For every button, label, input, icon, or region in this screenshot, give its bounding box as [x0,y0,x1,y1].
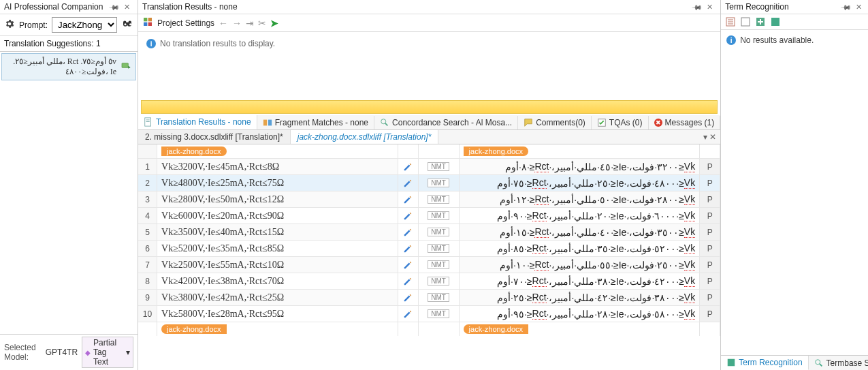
ai-footer: Selected Model: GPT4TR ◆ Partial Tag Tex… [0,334,138,370]
settings-term-icon[interactable] [770,16,781,27]
edit-icon[interactable] [398,257,419,273]
row-number[interactable]: 4 [138,208,157,224]
status-flag: P [700,175,720,191]
edit-icon[interactable] [398,306,419,322]
edit-icon[interactable] [398,273,419,290]
pin-icon[interactable] [110,2,120,12]
nmt-badge: NMT [419,224,460,241]
source-cell[interactable]: Vk≥4800V,·Ie≤25mA,·Rct≤75Ω [157,175,398,191]
source-cell[interactable]: Vk≥3500V,·Ie≤40mA,·Rct≤15Ω [157,224,398,241]
row-number[interactable]: 3 [138,191,157,208]
search-icon [380,118,389,127]
binoculars-icon[interactable] [121,18,133,32]
pin-icon[interactable] [842,2,852,12]
term-panel-title: Term Recognition [725,2,838,12]
termbase-icon[interactable] [725,16,736,27]
term-toolbar [721,14,868,30]
model-value: GPT4TR [46,348,78,357]
source-cell[interactable]: Vk≥2500V,·Ie≤55mA,·Rct≤10Ω [157,257,398,273]
row-number[interactable]: 6 [138,241,157,257]
status-flag: P [700,224,720,241]
term-panel: Term Recognition i No results available.… [721,0,868,370]
prompt-select[interactable]: JackZhong [52,17,117,33]
target-cell[interactable]: Vk≤·٤٨٠٠·فولت،·Ie≤·٢٥·مللي·أمبير،·Rct≤·٧… [460,175,701,191]
editor[interactable]: jack-zhong.docx jack-zhong.docx 1Vk≥3200… [138,144,720,370]
doc-tab-menu[interactable]: ▾ ✕ [699,132,720,142]
tab-label: TQAs (0) [609,118,643,127]
row-number[interactable]: 9 [138,290,157,306]
ai-suggestion-row[interactable]: ٥v أوم≤٧٥. Rct ،مللي أمبير≤٢٥. Ie ،فولت≤… [1,53,136,80]
source-cell[interactable]: Vk≥4200V,·Ie≤38mA,·Rct≤70Ω [157,273,398,290]
target-cell[interactable]: Vk≤·٥٢٠٠·فولت،·Ie≤·٣٥·مللي·أمبير،·Rct≤·٨… [460,241,701,257]
edit-icon[interactable] [398,175,419,191]
svg-rect-13 [741,18,750,26]
edit-icon[interactable] [398,224,419,241]
tag-mode-select[interactable]: ◆ Partial Tag Text ▾ [82,337,133,368]
row-number[interactable]: 2 [138,175,157,191]
tab-fragment-matches[interactable]: Fragment Matches - none [257,116,374,129]
target-cell[interactable]: Vk≤٣٢٠٠·فولت،·Ie≤·٤٥·مللي·أمبير،·Rct≤·٨·… [460,159,701,175]
status-flag: P [700,273,720,290]
ai-panel-body [0,82,138,334]
status-flag: P [700,290,720,306]
goto-end-icon[interactable]: ⇥ [246,18,254,29]
tab-term-recognition[interactable]: Term Recognition [721,356,808,370]
edit-icon[interactable] [398,208,419,224]
apply-icon[interactable]: ➤ [270,18,278,29]
target-cell[interactable]: Vk≤٢٥٠٠·فولت،·Ie≤·٥٥·مللي·أمبير،·Rct≤·١٠… [460,257,701,273]
project-settings-label[interactable]: Project Settings [157,18,214,28]
doc-tab-1[interactable]: 2. missing 3.docx.sdlxliff [Translation]… [138,130,291,144]
tab-translation-results[interactable]: Translation Results - none [138,115,257,129]
row-number[interactable]: 5 [138,224,157,241]
row-number[interactable]: 8 [138,273,157,290]
view-term-icon[interactable] [740,16,751,27]
target-cell[interactable]: Vk≤٣٥٠٠·فولت،·Ie≤·٤٠·مللي·أمبير،·Rct≤·١٥… [460,224,701,241]
tab-comments[interactable]: Comments(0) [518,116,592,129]
target-cell[interactable]: Vk≤·٤٢٠٠·فولت،·Ie≤·٣٨·مللي·أمبير،·Rct≤·٧… [460,273,701,290]
doc-icon [144,117,153,127]
source-cell[interactable]: Vk≥6000V,·Ie≤20mA,·Rct≤90Ω [157,208,398,224]
error-icon: ✖ [654,119,662,127]
target-cell[interactable]: Vk≤·٦٠٠٠·فولت،·Ie≤·٢٠·مللي·أمبير،·Rct≤·٩… [460,208,701,224]
right-area: Translation Results - none Project Setti… [138,0,868,370]
tab-concordance[interactable]: Concordance Search - Al Mosa... [374,116,518,129]
tab-termbase-search[interactable]: Termbase Search [809,356,868,370]
edit-icon[interactable] [398,241,419,257]
source-crumb: jack-zhong.docx [161,147,227,156]
svg-rect-3 [144,22,147,26]
row-number[interactable]: 10 [138,306,157,322]
add-term-icon[interactable] [755,16,766,27]
status-flag: P [700,191,720,208]
apply-suggestion-icon[interactable] [120,61,131,72]
target-cell[interactable]: Vk≤٢٨٠٠·فولت،·Ie≤·٥٠·مللي·أمبير،·Rct≤·١٢… [460,191,701,208]
pin-icon[interactable] [693,2,703,12]
close-icon[interactable] [856,2,865,12]
doc-tab-2[interactable]: jack-zhong.docx.sdlxliff [Translation]* [291,130,439,144]
gear-icon[interactable] [4,18,15,31]
status-flag: P [700,306,720,322]
target-cell[interactable]: Vk≤·٥٨٠٠·فولت،·Ie≤·٢٨·مللي·أمبير،·Rct≤·٩… [460,306,701,322]
next-icon[interactable]: → [232,18,242,29]
svg-rect-9 [268,119,272,125]
close-icon[interactable] [124,2,133,12]
tab-tqas[interactable]: TQAs (0) [592,116,649,129]
edit-icon[interactable] [398,290,419,306]
close-icon[interactable] [707,2,716,12]
target-cell[interactable]: Vk≤·٣٨٠٠·فولت،·Ie≤·٤٢·مللي·أمبير،·Rct≤·٢… [460,290,701,306]
edit-icon[interactable] [398,159,419,175]
source-cell[interactable]: Vk≥3800V,·Ie≤42mA,·Rct≤25Ω [157,290,398,306]
row-number[interactable]: 7 [138,257,157,273]
cut-icon[interactable]: ✂ [258,18,266,29]
source-cell[interactable]: Vk≥2800V,·Ie≤50mA,·Rct≤12Ω [157,191,398,208]
project-settings-icon[interactable] [142,16,153,29]
tab-messages[interactable]: ✖ Messages (1) [649,116,721,129]
prev-icon[interactable]: ← [219,18,228,29]
svg-rect-4 [148,22,152,26]
tab-label: Messages (1) [665,118,715,127]
source-cell[interactable]: Vk≥5800V,·Ie≤28mA,·Rct≤95Ω [157,306,398,322]
source-cell[interactable]: Vk≥5200V,·Ie≤35mA,·Rct≤85Ω [157,241,398,257]
row-number[interactable]: 1 [138,159,157,175]
edit-icon[interactable] [398,191,419,208]
source-cell[interactable]: Vk≥3200V,·Ie≤45mA,·Rct≤8Ω [157,159,398,175]
tab-label: Translation Results - none [156,117,251,127]
